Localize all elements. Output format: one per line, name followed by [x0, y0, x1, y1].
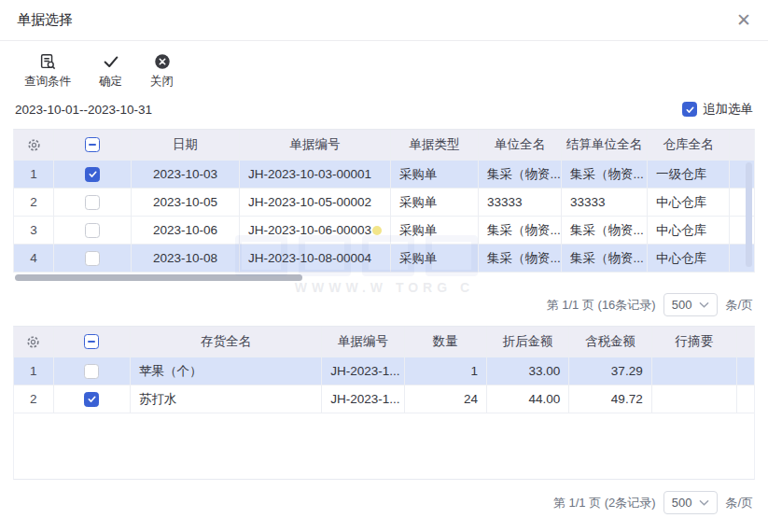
row-filler	[737, 357, 754, 385]
cell: 33333	[479, 189, 562, 216]
column-header[interactable]: 单据编号	[322, 327, 404, 357]
column-settings-icon[interactable]	[14, 130, 54, 160]
column-settings-icon[interactable]	[14, 327, 54, 357]
cell: 集采（物资...	[479, 217, 562, 244]
row-checkbox[interactable]	[85, 223, 100, 238]
page-size-value: 500	[672, 496, 692, 510]
cell: 2023-10-03	[132, 161, 240, 188]
vertical-scrollbar-thumb[interactable]	[746, 162, 752, 267]
cell: 集采（物资...	[479, 161, 562, 188]
cell: JH-2023-10-05-00002	[240, 189, 391, 216]
row-checkbox[interactable]	[84, 364, 99, 379]
row-checkbox-cell	[54, 217, 132, 244]
cell: 一级仓库	[648, 161, 730, 188]
select-all-cell	[54, 327, 131, 357]
cell: 采购单	[391, 161, 479, 188]
table-row[interactable]: 32023-10-06JH-2023-10-06-00003采购单集采（物资..…	[14, 217, 754, 245]
page-unit-label: 条/页	[725, 297, 753, 314]
column-header[interactable]: 行摘要	[652, 327, 737, 357]
page-size-select[interactable]: 500	[663, 491, 719, 514]
select-all-cell	[54, 130, 132, 160]
cell	[652, 357, 737, 385]
cell: 采购单	[391, 245, 479, 272]
document-table: 日期单据编号单据类型单位全名结算单位全名仓库全名12023-10-03JH-20…	[13, 129, 755, 273]
page-size-select[interactable]: 500	[663, 293, 719, 316]
row-number: 2	[14, 189, 54, 216]
cell: 采购单	[391, 189, 479, 216]
cell: 苹果（个）	[131, 357, 322, 385]
cell	[652, 385, 737, 413]
cell: JH-2023-1...	[322, 357, 404, 385]
item-table-pagination: 第 1/1 页 (2条记录) 500 条/页	[15, 491, 753, 514]
horizontal-scrollbar[interactable]	[13, 274, 755, 282]
column-header[interactable]: 单据类型	[391, 130, 479, 160]
cell: 2023-10-06	[132, 217, 240, 244]
row-number: 2	[14, 385, 54, 413]
column-header[interactable]: 仓库全名	[648, 130, 730, 160]
row-checkbox[interactable]	[84, 392, 99, 407]
append-selection-checkbox[interactable]	[682, 102, 697, 117]
cell: 2023-10-05	[132, 189, 240, 216]
row-checkbox-cell	[54, 161, 132, 188]
close-label: 关闭	[150, 74, 174, 90]
table-row[interactable]: 2苏打水JH-2023-1...2444.0049.72	[14, 385, 754, 413]
row-number: 1	[14, 161, 54, 188]
page-size-value: 500	[672, 298, 692, 312]
row-checkbox-cell	[54, 245, 132, 272]
cell: JH-2023-10-06-00003	[240, 217, 391, 244]
table-row[interactable]: 12023-10-03JH-2023-10-03-00001采购单集采（物资..…	[14, 161, 754, 189]
column-header[interactable]: 单位全名	[479, 130, 562, 160]
cell: 集采（物资...	[479, 245, 562, 272]
table-row[interactable]: 1苹果（个）JH-2023-1...133.0037.29	[14, 357, 754, 385]
select-all-checkbox[interactable]	[85, 137, 100, 152]
cell: 中心仓库	[648, 245, 730, 272]
column-header[interactable]: 结算单位全名	[562, 130, 648, 160]
query-conditions-button[interactable]: 查询条件	[24, 52, 71, 90]
row-checkbox[interactable]	[85, 195, 100, 210]
table-row[interactable]: 42023-10-08JH-2023-10-08-00004采购单集采（物资..…	[14, 245, 754, 273]
row-checkbox-cell	[54, 357, 131, 385]
column-header[interactable]: 折后金额	[487, 327, 569, 357]
dialog-title: 单据选择	[17, 11, 73, 29]
column-header[interactable]: 日期	[132, 130, 240, 160]
cell: 1	[405, 357, 487, 385]
chevron-down-icon	[699, 301, 709, 309]
table-header-row: 日期单据编号单据类型单位全名结算单位全名仓库全名	[14, 130, 754, 161]
cell: 33.00	[487, 357, 569, 385]
dialog-titlebar: 单据选择 ✕	[0, 0, 768, 41]
close-circle-icon	[153, 52, 172, 71]
confirm-label: 确定	[99, 74, 122, 90]
row-number: 1	[14, 357, 54, 385]
document-table-pagination: 第 1/1 页 (16条记录) 500 条/页	[15, 293, 753, 316]
close-icon[interactable]: ✕	[736, 11, 751, 29]
header-filler	[730, 130, 754, 160]
cell: JH-2023-10-08-00004	[240, 245, 391, 272]
chevron-down-icon	[699, 499, 709, 507]
row-checkbox[interactable]	[85, 251, 100, 266]
column-header[interactable]: 存货全名	[131, 327, 322, 357]
filter-row: 2023-10-01--2023-10-31 追加选单	[0, 95, 768, 129]
status-dot-icon	[372, 226, 382, 235]
confirm-check-icon	[102, 52, 120, 71]
confirm-button[interactable]: 确定	[99, 52, 122, 90]
table-row[interactable]: 22023-10-05JH-2023-10-05-00002采购单3333333…	[14, 189, 754, 217]
horizontal-scrollbar-thumb[interactable]	[15, 274, 302, 281]
cell: 集采（物资...	[562, 217, 648, 244]
query-conditions-label: 查询条件	[24, 74, 71, 90]
cell: 49.72	[569, 385, 651, 413]
column-header[interactable]: 单据编号	[240, 130, 391, 160]
query-conditions-icon	[38, 52, 57, 71]
cell: 中心仓库	[648, 217, 730, 244]
row-filler	[737, 385, 754, 413]
table-header-row: 存货全名单据编号数量折后金额含税金额行摘要	[14, 327, 754, 357]
column-header[interactable]: 含税金额	[569, 327, 651, 357]
cell: 集采（物资...	[562, 161, 648, 188]
row-number: 4	[14, 245, 54, 272]
row-checkbox[interactable]	[85, 167, 100, 182]
close-button[interactable]: 关闭	[150, 52, 174, 90]
cell: 37.29	[569, 357, 651, 385]
cell: 苏打水	[131, 385, 322, 413]
append-selection-toggle[interactable]: 追加选单	[682, 101, 753, 118]
column-header[interactable]: 数量	[405, 327, 487, 357]
select-all-checkbox[interactable]	[84, 334, 99, 349]
